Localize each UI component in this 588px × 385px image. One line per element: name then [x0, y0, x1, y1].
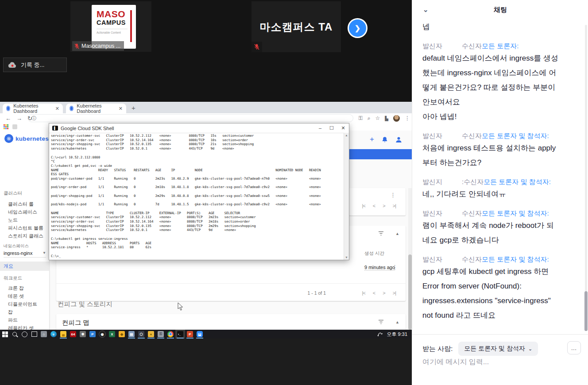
- sidebar-item-pods[interactable]: 파드: [8, 317, 18, 323]
- page-first-icon[interactable]: |<: [362, 290, 365, 296]
- recipient-selector[interactable]: 모든 토론자 및 참석자 ⌄: [458, 342, 538, 356]
- page-next-icon[interactable]: >: [383, 290, 385, 296]
- key-icon[interactable]: ⚿: [359, 115, 363, 121]
- sidebar-item-storage-classes[interactable]: 스토리지 클래스: [8, 233, 43, 239]
- maximize-icon[interactable]: ☐: [326, 123, 337, 133]
- terminal-title-bar[interactable]: ▌ Google Cloud SDK Shell: [49, 123, 349, 133]
- excel-icon[interactable]: X: [107, 330, 117, 339]
- tab-close-icon[interactable]: ✕: [119, 106, 123, 112]
- settings-gear-icon[interactable]: ✱: [78, 330, 88, 339]
- browser-tab-2[interactable]: Kubernetes Dashboard ✕: [66, 104, 126, 113]
- collapse-chevron-icon[interactable]: ⌄: [423, 6, 429, 14]
- sidebar-item-overview-active[interactable]: 개요: [0, 262, 49, 271]
- start-button[interactable]: [0, 330, 10, 339]
- notifications-bell-icon[interactable]: [382, 136, 388, 143]
- chat-message: 처음에 ingress 테스트용 설치하는 apply 부터 하는건가요?: [422, 141, 559, 170]
- namespace-select[interactable]: ingress-nginx ▼: [4, 250, 46, 258]
- app-bird-icon[interactable]: ●: [146, 330, 156, 339]
- app-cube-icon[interactable]: ⬡: [136, 330, 146, 339]
- store-icon[interactable]: ⌂: [39, 330, 49, 339]
- page-prev-icon[interactable]: <: [373, 290, 375, 296]
- collapse-icon[interactable]: ▲: [395, 320, 399, 324]
- apps-grid-icon[interactable]: [4, 124, 8, 129]
- sidebar-item-cron-jobs[interactable]: 크론 잡: [8, 285, 24, 292]
- tab-close-icon[interactable]: ✕: [55, 106, 59, 112]
- new-tab-button[interactable]: +: [132, 104, 135, 112]
- keys-icon[interactable]: ⚿: [156, 330, 166, 339]
- cmd-icon[interactable]: ›_: [175, 330, 185, 339]
- sidebar-item-cluster-roles[interactable]: 클러스터 롤: [8, 201, 34, 208]
- sidebar-item-replica-sets[interactable]: 레플리카 셋: [8, 325, 34, 330]
- app-yellow-icon[interactable]: ◆: [117, 330, 127, 339]
- bookmark-favicon[interactable]: [12, 124, 17, 129]
- browser-toolbar: ← → ↻ ⓘ ⚿ ⌕ ☆ ▙ ⋮: [0, 113, 412, 123]
- recipient-value: 모든 토론자:: [482, 41, 518, 51]
- chat-message: 램이 부족해서 계속 node가 reboot가 되네요 gcp로 하겠습니다: [422, 218, 559, 247]
- sidebar-item-daemon-sets[interactable]: 데몬 셋: [8, 293, 24, 300]
- page-last-icon[interactable]: >|: [393, 203, 396, 208]
- chrome-icon[interactable]: [166, 330, 175, 339]
- page-next-icon[interactable]: >: [383, 203, 385, 208]
- logo-red-bar: [130, 10, 132, 42]
- recipient-value: 모든 토론자 및 참석자:: [482, 208, 549, 218]
- page-last-icon[interactable]: >|: [393, 290, 396, 296]
- zoom-icon[interactable]: ⬓: [195, 330, 205, 339]
- scroll-down-icon[interactable]: ▼: [345, 256, 348, 259]
- tab-title: Kubernetes Dashboard: [77, 103, 116, 114]
- recipient-label: 수신자: [462, 254, 482, 264]
- page-first-icon[interactable]: |<: [362, 203, 365, 208]
- filter-icon[interactable]: [378, 320, 384, 324]
- powerpoint-icon[interactable]: P: [185, 330, 195, 339]
- filter-icon[interactable]: [378, 231, 384, 236]
- page-scrollbar-thumb[interactable]: [408, 254, 412, 330]
- profile-avatar[interactable]: [393, 115, 400, 122]
- row-menu-icon[interactable]: ⋮: [392, 264, 398, 270]
- recipient-value: 모든 토론자 및 참석자:: [484, 177, 551, 187]
- star-icon[interactable]: ☆: [375, 115, 380, 121]
- sidebar-item-deployments[interactable]: 디플로이먼트: [8, 301, 37, 308]
- pen-workspace-icon[interactable]: [377, 331, 383, 337]
- close-icon[interactable]: ✕: [337, 123, 349, 133]
- edge-icon[interactable]: e: [49, 330, 58, 339]
- task-view-icon[interactable]: [29, 330, 39, 339]
- chat-message: default 네임스페이스에서 ingress를 생성했는데 ingress-…: [422, 51, 559, 109]
- maps-icon[interactable]: ◉: [97, 330, 107, 339]
- card-tools: ▲: [378, 320, 399, 324]
- sidebar-item-jobs[interactable]: 잡: [8, 309, 13, 316]
- chat-scrollbar-track[interactable]: [585, 25, 587, 331]
- terminal-scrollbar[interactable]: ▲ ▼: [344, 133, 349, 260]
- address-bar[interactable]: ⓘ: [27, 114, 353, 122]
- search-icon[interactable]: [10, 330, 19, 339]
- site-info-icon[interactable]: ⓘ: [31, 115, 36, 122]
- next-participants-button[interactable]: ❯: [348, 18, 368, 38]
- page-prev-icon[interactable]: <: [373, 203, 375, 208]
- dashboard-header-icons: +: [370, 135, 402, 144]
- extensions-icon[interactable]: ▙: [385, 116, 388, 121]
- message-input[interactable]: 여기에 메시지 입력...: [422, 358, 489, 367]
- created-column-header: 생성 시간: [364, 250, 384, 257]
- menu-dots-icon[interactable]: ⋮: [405, 115, 410, 121]
- cortana-icon[interactable]: [19, 330, 29, 339]
- forward-icon[interactable]: →: [16, 115, 22, 122]
- zoom-icon[interactable]: ⌕: [368, 115, 371, 121]
- paint3d-icon[interactable]: P: [88, 330, 97, 339]
- sidebar-item-persistent-volumes[interactable]: 퍼시스턴트 볼륨: [8, 225, 43, 231]
- chat-title: 채팅: [412, 6, 588, 14]
- sidebar-item-nodes[interactable]: 노드: [8, 217, 18, 223]
- app-64-icon[interactable]: 64: [68, 330, 78, 339]
- minimize-icon[interactable]: –: [314, 123, 326, 133]
- chat-message-header: 발신지 :수신자 모든 토론자 및 참석자:: [422, 177, 559, 187]
- more-options-button[interactable]: …: [567, 341, 581, 354]
- user-icon[interactable]: [395, 136, 402, 143]
- back-icon[interactable]: ←: [5, 115, 11, 122]
- sidebar-item-namespaces[interactable]: 네임스페이스: [8, 209, 37, 216]
- sticky-notes-icon[interactable]: ▤: [127, 330, 136, 339]
- card-menu-icon[interactable]: ⋮: [390, 192, 396, 198]
- chat-message-list: 넵 발신자 수신자 모든 토론자: default 네임스페이스에서 ingre…: [422, 19, 559, 332]
- create-plus-icon[interactable]: +: [370, 135, 374, 144]
- file-explorer-icon[interactable]: ▄: [58, 330, 68, 339]
- scroll-up-icon[interactable]: ▲: [345, 134, 348, 137]
- chat-scrollbar-thumb[interactable]: [584, 291, 588, 331]
- collapse-icon[interactable]: ▲: [395, 231, 399, 236]
- browser-tab-1[interactable]: Kubernetes Dashboard ✕: [3, 104, 63, 113]
